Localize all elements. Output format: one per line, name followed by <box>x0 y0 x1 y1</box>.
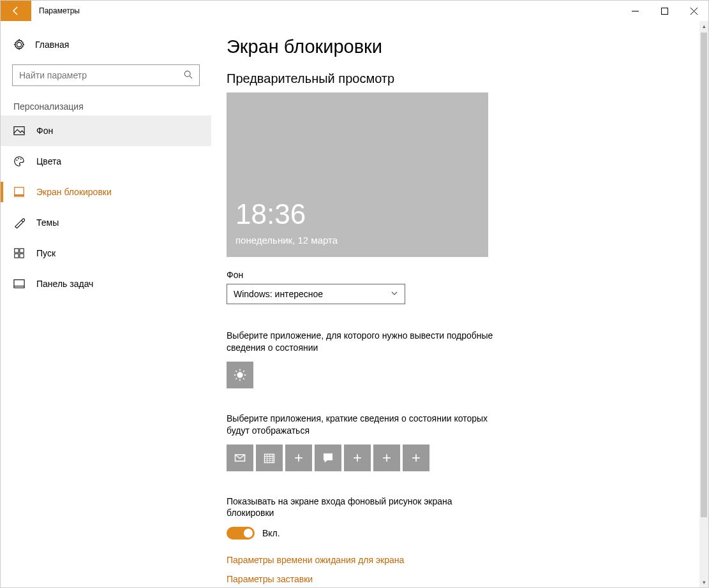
detailed-status-label: Выберите приложение, для которого нужно … <box>227 330 501 354</box>
mail-icon <box>234 452 246 464</box>
preview-date: понедельник, 12 марта <box>235 235 338 246</box>
search-icon <box>184 70 193 81</box>
lockscreen-icon <box>13 186 25 198</box>
titlebar: Параметры <box>1 1 708 21</box>
svg-rect-4 <box>14 127 24 135</box>
svg-rect-10 <box>15 249 19 253</box>
quick-status-app-chat[interactable] <box>315 445 341 471</box>
quick-status-app-add[interactable] <box>373 445 400 471</box>
svg-point-2 <box>184 71 190 77</box>
plus-icon <box>410 452 422 464</box>
start-icon <box>13 247 25 259</box>
svg-point-6 <box>18 158 19 159</box>
svg-line-24 <box>243 371 244 372</box>
show-bg-toggle-row: Вкл. <box>227 527 683 540</box>
scroll-up-arrow[interactable]: ▴ <box>699 21 708 31</box>
quick-status-app-add[interactable] <box>344 445 371 471</box>
maximize-button[interactable] <box>650 1 679 21</box>
sidebar-item-label: Панель задач <box>36 279 93 289</box>
picture-icon <box>13 125 25 136</box>
quick-status-app-mail[interactable] <box>227 445 253 471</box>
quick-status-app-add[interactable] <box>285 445 312 471</box>
settings-window: Параметры Главная <box>0 0 709 588</box>
quick-status-app-calendar[interactable] <box>256 445 283 471</box>
palette-icon <box>13 156 25 167</box>
svg-line-3 <box>190 76 192 78</box>
sidebar-item-background[interactable]: Фон <box>1 115 211 146</box>
search-box[interactable] <box>12 64 200 86</box>
sidebar-item-colors[interactable]: Цвета <box>1 146 211 177</box>
close-icon <box>690 8 698 15</box>
show-bg-toggle[interactable] <box>227 527 255 540</box>
svg-rect-8 <box>15 187 24 195</box>
svg-line-23 <box>235 378 237 379</box>
svg-line-21 <box>235 371 237 372</box>
sidebar-item-label: Темы <box>36 217 59 228</box>
preview-heading: Предварительный просмотр <box>227 71 683 86</box>
page-title: Экран блокировки <box>227 36 683 57</box>
chat-icon <box>322 452 334 464</box>
minimize-button[interactable] <box>620 1 650 21</box>
plus-icon <box>351 452 364 464</box>
svg-rect-13 <box>20 254 24 258</box>
close-button[interactable] <box>679 1 708 21</box>
window-controls <box>620 1 708 21</box>
sidebar-item-label: Пуск <box>36 248 56 258</box>
minimize-icon <box>632 8 639 15</box>
svg-rect-14 <box>14 280 24 288</box>
sidebar-item-start[interactable]: Пуск <box>1 238 211 268</box>
svg-point-16 <box>237 372 243 378</box>
taskbar-icon <box>13 278 25 290</box>
sidebar-item-lockscreen[interactable]: Экран блокировки <box>1 177 211 207</box>
maximize-icon <box>661 8 668 15</box>
arrow-left-icon <box>11 6 21 16</box>
sidebar-item-label: Экран блокировки <box>36 187 112 197</box>
svg-rect-12 <box>15 254 19 258</box>
window-title: Параметры <box>39 6 80 15</box>
back-button[interactable] <box>1 1 31 21</box>
dropdown-value: Windows: интересное <box>234 289 323 299</box>
background-label: Фон <box>227 270 683 280</box>
sidebar: Главная Персонализация Фон Цвета <box>1 21 211 587</box>
toggle-state-label: Вкл. <box>262 528 280 538</box>
screensaver-link[interactable]: Параметры заставки <box>227 574 683 584</box>
show-bg-label: Показывать на экране входа фоновый рисун… <box>227 496 501 520</box>
home-button[interactable]: Главная <box>1 33 211 57</box>
screen-timeout-link[interactable]: Параметры времени ожидания для экрана <box>227 555 683 565</box>
sidebar-item-themes[interactable]: Темы <box>1 207 211 238</box>
quick-status-row <box>227 445 683 471</box>
scrollbar-thumb[interactable] <box>701 33 707 517</box>
svg-rect-11 <box>20 249 24 253</box>
svg-rect-9 <box>15 195 24 196</box>
themes-icon <box>13 217 25 228</box>
svg-point-7 <box>20 159 22 160</box>
weather-icon <box>234 369 246 381</box>
home-label: Главная <box>35 40 69 50</box>
preview-time: 18:36 <box>235 198 306 230</box>
background-dropdown[interactable]: Windows: интересное <box>227 284 405 304</box>
svg-point-5 <box>17 159 18 161</box>
category-label: Персонализация <box>1 95 211 115</box>
chevron-down-icon <box>391 290 398 298</box>
detailed-status-app-button[interactable] <box>227 362 253 388</box>
svg-line-22 <box>243 378 244 379</box>
svg-rect-1 <box>661 8 668 14</box>
content-area: Главная Персонализация Фон Цвета <box>1 21 708 587</box>
calendar-icon <box>263 452 276 464</box>
gear-icon <box>13 39 25 50</box>
sidebar-item-taskbar[interactable]: Панель задач <box>1 268 211 299</box>
scrollbar[interactable]: ▴ ▾ <box>699 21 708 587</box>
lockscreen-preview: 18:36 понедельник, 12 марта <box>227 92 488 257</box>
search-input[interactable] <box>19 70 184 80</box>
plus-icon <box>380 452 393 464</box>
sidebar-item-label: Фон <box>36 126 53 136</box>
scroll-down-arrow[interactable]: ▾ <box>699 577 708 587</box>
plus-icon <box>292 452 305 464</box>
detailed-status-row <box>227 362 683 388</box>
main-panel: Экран блокировки Предварительный просмот… <box>211 21 708 587</box>
sidebar-item-label: Цвета <box>36 156 61 166</box>
quick-status-app-add[interactable] <box>403 445 429 471</box>
quick-status-label: Выберите приложения, краткие сведения о … <box>227 413 501 437</box>
